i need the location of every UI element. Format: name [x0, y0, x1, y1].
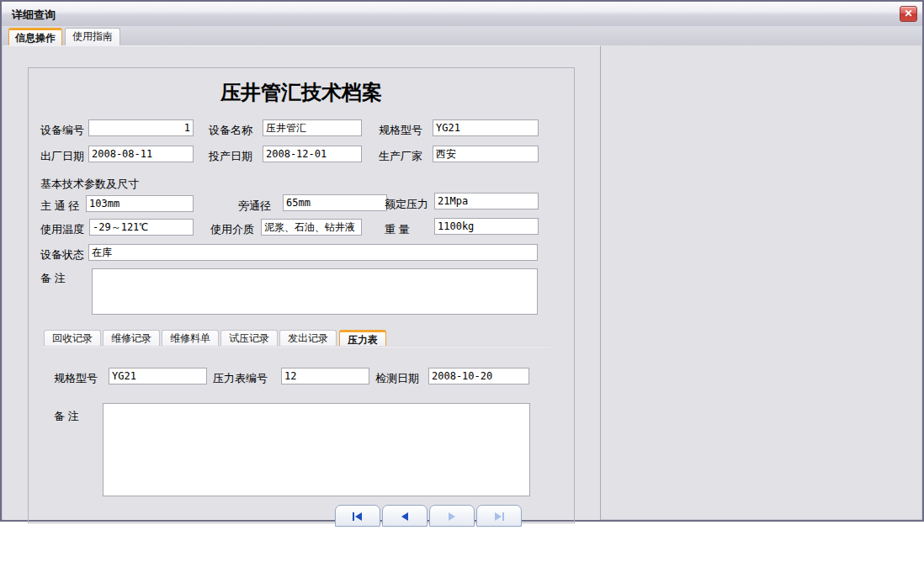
- last-record-icon: [492, 509, 506, 523]
- close-button[interactable]: ✕: [900, 6, 917, 22]
- mfg-date-field[interactable]: [88, 146, 194, 162]
- tab-recovery-record[interactable]: 回收记录: [44, 330, 101, 347]
- spec-model-field[interactable]: [433, 119, 539, 136]
- tab-label: 使用指南: [72, 30, 113, 42]
- prod-date-field[interactable]: [263, 146, 362, 162]
- tab-label: 信息操作: [15, 32, 56, 44]
- equip-no-field[interactable]: [88, 119, 194, 136]
- gauge-spec-model-field[interactable]: [109, 368, 207, 384]
- main-tab-strip: 信息操作 使用指南: [2, 26, 922, 45]
- next-record-icon: [445, 509, 459, 523]
- previous-record-icon: [398, 509, 412, 523]
- tab-repair-record[interactable]: 维修记录: [103, 330, 160, 347]
- mfg-date-label: 出厂日期: [40, 149, 84, 164]
- tab-pressure-test-record[interactable]: 试压记录: [220, 330, 278, 347]
- medium-label: 使用介质: [210, 222, 254, 237]
- first-record-button[interactable]: [335, 505, 380, 527]
- tab-label: 试压记录: [229, 332, 269, 344]
- remarks-label: 备 注: [40, 271, 66, 286]
- manufacturer-field[interactable]: [433, 146, 539, 162]
- weight-field[interactable]: [434, 218, 539, 235]
- gauge-no-label: 压力表编号: [213, 371, 268, 386]
- gauge-remarks-textarea[interactable]: [103, 403, 530, 496]
- previous-record-button[interactable]: [382, 505, 427, 527]
- gauge-remarks-label: 备 注: [54, 409, 79, 424]
- tab-info-operation[interactable]: 信息操作: [8, 28, 62, 45]
- screen: 详细查询 ✕ 信息操作 使用指南 压井管汇技术档案 设备编号 设备名称 规格型号…: [0, 0, 924, 578]
- rated-pressure-field[interactable]: [434, 193, 539, 209]
- tab-label: 维修记录: [111, 332, 151, 344]
- status-field[interactable]: [88, 244, 538, 261]
- next-record-button[interactable]: [429, 505, 475, 527]
- dialog-window: 详细查询 ✕ 信息操作 使用指南 压井管汇技术档案 设备编号 设备名称 规格型号…: [0, 0, 924, 522]
- title-bar[interactable]: 详细查询 ✕: [2, 2, 922, 27]
- tab-label: 回收记录: [52, 332, 93, 344]
- spec-model-label: 规格型号: [379, 123, 422, 138]
- record-tab-divider: [44, 346, 550, 347]
- tab-issue-record[interactable]: 发出记录: [279, 330, 337, 347]
- window-title: 详细查询: [12, 8, 56, 23]
- tab-label: 维修料单: [170, 332, 210, 344]
- side-bore-field[interactable]: [283, 194, 387, 211]
- side-bore-label: 旁通径: [238, 199, 271, 214]
- check-date-label: 检测日期: [375, 371, 419, 386]
- manufacturer-label: 生产厂家: [379, 149, 422, 164]
- main-bore-field[interactable]: [86, 195, 194, 212]
- temp-range-field[interactable]: [89, 219, 194, 236]
- temp-range-label: 使用温度: [40, 222, 84, 237]
- rated-pressure-label: 额定压力: [385, 197, 428, 212]
- remarks-textarea[interactable]: [92, 268, 538, 315]
- equip-name-field[interactable]: [263, 119, 362, 136]
- equip-no-label: 设备编号: [40, 123, 84, 138]
- first-record-icon: [351, 509, 364, 523]
- close-icon: ✕: [904, 8, 912, 19]
- tab-label: 发出记录: [288, 332, 328, 344]
- gauge-no-field[interactable]: [281, 368, 369, 384]
- tab-pressure-gauge[interactable]: 压力表: [339, 330, 386, 347]
- gauge-spec-model-label: 规格型号: [54, 371, 98, 386]
- form-title: 压井管汇技术档案: [28, 79, 575, 106]
- check-date-field[interactable]: [428, 368, 529, 384]
- tab-label: 压力表: [348, 334, 378, 346]
- status-label: 设备状态: [40, 247, 84, 262]
- main-bore-label: 主 通 径: [40, 199, 79, 214]
- prod-date-label: 投产日期: [209, 149, 252, 164]
- section-heading: 基本技术参数及尺寸: [40, 177, 139, 192]
- equip-name-label: 设备名称: [209, 123, 252, 138]
- tab-repair-material-list[interactable]: 维修料单: [162, 330, 219, 347]
- tab-user-guide[interactable]: 使用指南: [65, 28, 120, 45]
- last-record-button[interactable]: [476, 505, 522, 527]
- medium-field[interactable]: [261, 219, 362, 236]
- weight-label: 重 量: [385, 222, 410, 237]
